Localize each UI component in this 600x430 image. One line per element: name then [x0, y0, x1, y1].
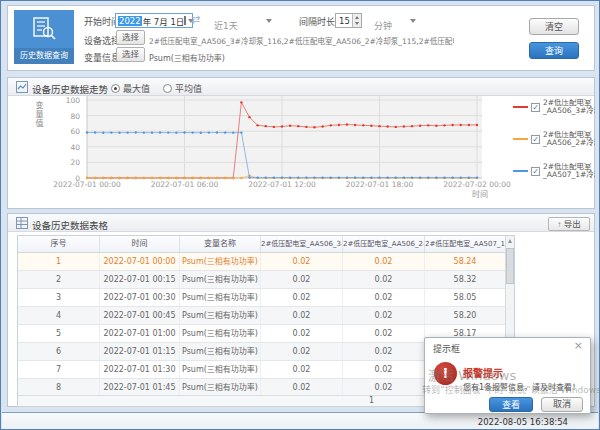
column-header[interactable]: 序号	[18, 236, 100, 252]
table-cell: 5	[18, 325, 100, 342]
device-value: 2#低压配电室_AA506_3#冷却泵_116,2#低压配电室_AA506_2#…	[149, 35, 454, 46]
chevron-down-icon	[266, 19, 272, 23]
history-query-window: 历史数据查询 开始时间: 2022 年 7月 1日 ⇄ 近1天 间隔时长 : 1…	[0, 0, 600, 430]
table-cell: 0.02	[343, 361, 425, 378]
table-cell: 8	[18, 379, 100, 396]
table-cell: 2022-07-01 01:45	[100, 379, 180, 396]
chevron-down-icon	[410, 19, 416, 23]
legend-item: ✓ 2#低压配电室_AA506_2#冷却泵	[513, 128, 595, 150]
spin-down-icon[interactable]	[355, 22, 359, 25]
table-row[interactable]: 22022-07-01 00:15Psum(三相有功功率)0.020.0258.…	[18, 271, 514, 289]
query-button[interactable]: 查询	[529, 42, 579, 59]
table-row[interactable]: 12022-07-01 00:00Psum(三相有功功率)0.020.0258.…	[18, 253, 514, 271]
date-rest: 年 7月 1日	[143, 15, 185, 27]
alert-title: 报警提示	[463, 365, 503, 380]
series-line-sample	[513, 170, 528, 172]
table-cell: 2022-07-01 00:15	[100, 271, 180, 288]
trend-panel: 设备历史数据走势 最大值 平均值 变量值 0204060801002022-07…	[7, 77, 595, 209]
column-header[interactable]: 2#低压配电室_AA507_1#冷却泵...	[425, 236, 506, 252]
page-number[interactable]: 1	[369, 396, 374, 406]
close-icon[interactable]: ×	[574, 339, 583, 352]
radio-unselected-icon[interactable]	[163, 84, 172, 93]
column-header[interactable]: 2#低压配电室_AA506_2#冷却泵...	[343, 236, 425, 252]
alert-dialog: 提示框 × ! 报警提示 您有1条报警信息，请及时查看！ 查看 取消	[424, 337, 591, 414]
radio-selected-icon[interactable]	[111, 84, 120, 93]
scrollbar-thumb[interactable]	[506, 248, 514, 284]
svg-text:2022-07-01 18:00: 2022-07-01 18:00	[346, 180, 414, 189]
trend-chart-svg: 0204060801002022-07-01 00:002022-07-01 0…	[42, 94, 512, 206]
export-button[interactable]: ↑ 导出	[548, 217, 590, 231]
table-title: 设备历史数据表格	[32, 218, 108, 232]
table-cell: 2	[18, 271, 100, 288]
table-cell: 0.02	[343, 253, 425, 270]
table-cell: Psum(三相有功功率)	[180, 325, 261, 342]
table-cell: Psum(三相有功功率)	[180, 307, 261, 324]
interval-unit-select[interactable]: 分钟	[374, 14, 416, 28]
scroll-up-icon[interactable]	[508, 239, 512, 243]
table-cell: 3	[18, 289, 100, 306]
table-cell: 2022-07-01 00:30	[100, 289, 180, 306]
svg-text:2022-07-02 00:00: 2022-07-02 00:00	[443, 180, 511, 189]
cancel-button[interactable]: 取消	[541, 397, 583, 412]
date-year-selected: 2022	[118, 16, 142, 26]
trend-chart-icon	[16, 81, 28, 93]
calendar-icon[interactable]	[184, 16, 186, 25]
table-cell: 0.02	[343, 289, 425, 306]
swap-arrows-icon[interactable]: ⇄	[191, 13, 200, 26]
table-row[interactable]: 42022-07-01 00:45Psum(三相有功功率)0.020.0258.…	[18, 307, 514, 325]
table-cell: 6	[18, 343, 100, 360]
svg-text:60: 60	[70, 127, 80, 136]
device-select-button[interactable]: 选择	[116, 30, 145, 45]
svg-text:100: 100	[66, 96, 81, 105]
series-line-sample	[513, 106, 528, 108]
svg-text:80: 80	[70, 112, 80, 121]
table-cell: 58.20	[425, 307, 506, 324]
view-button[interactable]: 查看	[489, 397, 533, 412]
chart-legend: ✓ 2#低压配电室_AA506_3#冷却泵 ✓ 2#低压配电室_AA506_2#…	[513, 96, 595, 192]
table-header: 设备历史数据表格 ↑ 导出	[8, 214, 594, 232]
alarm-icon: !	[434, 362, 457, 385]
table-cell: 2022-07-01 00:00	[100, 253, 180, 270]
table-cell: 0.02	[343, 271, 425, 288]
series-line-sample	[513, 138, 528, 140]
table-cell: 2022-07-01 01:30	[100, 361, 180, 378]
table-cell: 2022-07-01 01:00	[100, 325, 180, 342]
start-date-input[interactable]: 2022 年 7月 1日	[115, 13, 193, 28]
table-cell: 58.05	[425, 289, 506, 306]
table-cell: 0.02	[343, 379, 425, 396]
table-cell: 0.02	[261, 325, 343, 342]
interval-unit: 分钟	[374, 21, 392, 31]
interval-spinner[interactable]	[352, 14, 361, 27]
table-cell: 0.02	[343, 325, 425, 342]
table-cell: 2022-07-01 01:15	[100, 343, 180, 360]
legend-item: ✓ 2#低压配电室_AA506_3#冷却泵	[513, 96, 595, 118]
legend-checkbox-checked[interactable]: ✓	[531, 167, 540, 176]
table-cell: 0.02	[261, 307, 343, 324]
table-cell: 0.02	[261, 361, 343, 378]
svg-text:2022-07-01 12:00: 2022-07-01 12:00	[248, 180, 316, 189]
interval-value: 15	[339, 16, 350, 26]
clear-button[interactable]: 清空	[529, 18, 579, 35]
alert-message: 您有1条报警信息，请及时查看！	[463, 381, 580, 392]
spin-up-icon[interactable]	[355, 16, 359, 19]
column-header[interactable]: 变量名称	[180, 236, 261, 252]
table-cell: 2022-07-01 00:45	[100, 307, 180, 324]
svg-text:40: 40	[70, 143, 80, 152]
query-panel: 历史数据查询 开始时间: 2022 年 7月 1日 ⇄ 近1天 间隔时长 : 1…	[7, 5, 595, 71]
svg-text:20: 20	[70, 158, 80, 167]
table-cell: 58.32	[425, 271, 506, 288]
legend-checkbox-checked[interactable]: ✓	[531, 135, 540, 144]
svg-text:2022-07-01 00:00: 2022-07-01 00:00	[53, 180, 121, 189]
legend-checkbox-checked[interactable]: ✓	[531, 103, 540, 112]
module-title: 历史数据查询	[14, 48, 74, 64]
column-header[interactable]: 2#低压配电室_AA506_3#冷却泵...	[261, 236, 343, 252]
svg-text:时间: 时间	[472, 189, 488, 199]
variable-select-button[interactable]: 选择	[116, 47, 145, 62]
table-cell: 0.02	[261, 289, 343, 306]
table-cell: 0.02	[261, 271, 343, 288]
table-row[interactable]: 32022-07-01 00:30Psum(三相有功功率)0.020.0258.…	[18, 289, 514, 307]
interval-input[interactable]: 15	[335, 13, 362, 28]
status-datetime: 2022-08-05 16:38:54	[478, 417, 568, 427]
column-header[interactable]: 时间	[100, 236, 180, 252]
range-select[interactable]: 近1天	[214, 14, 272, 28]
